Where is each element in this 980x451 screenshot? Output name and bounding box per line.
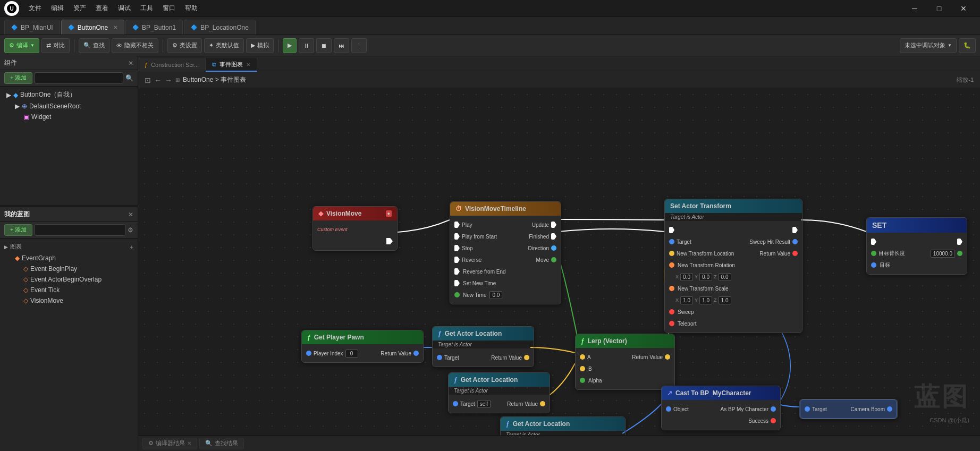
target-pin[interactable] — [437, 355, 442, 360]
exec-out-pin[interactable] — [957, 239, 962, 245]
node-visionmove[interactable]: ◆ VisionMove ● Custom Event — [312, 206, 398, 251]
exec-out-pin[interactable] — [792, 227, 798, 233]
menu-assets[interactable]: 资产 — [69, 3, 90, 14]
exec-in-pin[interactable] — [669, 227, 674, 233]
node-cast-to-bp[interactable]: ↗ Cast To BP_MyCharacter Object As BP My… — [661, 386, 781, 430]
bottom-tab-compile[interactable]: ⚙ 编译器结果 ✕ — [142, 438, 197, 449]
tab-bp-locationone[interactable]: 🔷 BP_LocationOne — [184, 20, 256, 35]
close-icon[interactable]: ✕ — [187, 440, 191, 446]
add-section-icon[interactable]: + — [130, 244, 133, 250]
out-pin[interactable] — [957, 251, 962, 256]
tree-item-visionmove[interactable]: ◇ VisionMove — [17, 295, 138, 306]
tab-close-icon[interactable]: ✕ — [113, 24, 117, 30]
tab-event-graph-close[interactable]: ✕ — [246, 62, 250, 67]
tree-item-defaultsceneroot[interactable]: ▶ ⊕ DefaultSceneRoot — [9, 101, 138, 112]
frame-button[interactable]: ⏭ — [334, 38, 349, 53]
tree-item-event-actoroverlap[interactable]: ◇ Event ActorBeginOverlap — [17, 274, 138, 285]
target-in-pin[interactable] — [805, 406, 810, 412]
returnval-pin[interactable] — [665, 354, 670, 360]
teleport-pin[interactable] — [669, 321, 674, 326]
exec-in-pin[interactable] — [454, 222, 460, 228]
asbp-pin[interactable] — [771, 406, 776, 412]
node-set-actor-transform[interactable]: Set Actor Transform Target is Actor Targ… — [664, 199, 802, 333]
returnval-pin[interactable] — [413, 351, 419, 356]
stop-button[interactable]: ⏹ — [316, 38, 332, 53]
target-pin[interactable] — [669, 239, 674, 244]
cameraboom-pin[interactable] — [887, 406, 892, 412]
bottom-tab-find[interactable]: 🔍 查找结果 — [199, 438, 244, 449]
b-pin[interactable] — [580, 366, 585, 371]
tab-buttonone[interactable]: 🔷 ButtonOne ✕ — [61, 20, 124, 35]
menu-view[interactable]: 查看 — [91, 3, 113, 14]
close-button[interactable]: ✕ — [951, 0, 976, 17]
menu-debug[interactable]: 调试 — [114, 3, 135, 14]
node-get-actor-location-2[interactable]: ƒ Get Actor Location Target is Actor Tar… — [448, 372, 550, 413]
node-set[interactable]: SET 目标臂长度 10000.0 — [866, 217, 967, 275]
compile-button[interactable]: ⚙ 编译 ▼ — [4, 38, 39, 53]
node-get-player-pawn[interactable]: ƒ Get Player Pawn Player Index 0 Return … — [301, 330, 424, 363]
blueprint-canvas[interactable]: ◆ VisionMove ● Custom Event — [138, 88, 980, 435]
class-defaults-button[interactable]: ✦ 类默认值 — [204, 38, 244, 53]
node-get-actor-location-1[interactable]: ƒ Get Actor Location Target is Actor Tar… — [432, 326, 534, 367]
tab-construction-script[interactable]: ƒ Construction Scr... — [138, 58, 206, 72]
tab-event-graph[interactable]: ⧉ 事件图表 ✕ — [206, 58, 257, 72]
alpha-pin[interactable] — [580, 378, 585, 383]
diff-button[interactable]: ⇄ 对比 — [41, 38, 70, 53]
sweep-pin[interactable] — [669, 309, 674, 314]
targetlength-pin[interactable] — [871, 251, 876, 256]
menu-help[interactable]: 帮助 — [181, 3, 202, 14]
simulate-button[interactable]: ▶ 模拟 — [246, 38, 274, 53]
tree-item-event-beginplay[interactable]: ◇ Event BeginPlay — [17, 263, 138, 274]
tree-item-buttonone[interactable]: ▶ ◆ ButtonOne（自我） — [0, 89, 138, 101]
expand-icon[interactable]: ⊞ — [175, 77, 180, 83]
target-pin[interactable] — [871, 262, 876, 268]
playerindex-pin[interactable] — [306, 351, 311, 356]
menu-tools[interactable]: 工具 — [136, 3, 157, 14]
direction-pin[interactable] — [551, 245, 556, 251]
exec-in-pin[interactable] — [454, 280, 460, 286]
components-search-input[interactable] — [35, 72, 123, 84]
nts-pin[interactable] — [669, 286, 674, 291]
move-pin[interactable] — [551, 257, 556, 262]
exec-in-pin[interactable] — [454, 257, 460, 263]
tab-bp-mianui[interactable]: 🔷 BP_MianUI — [4, 20, 60, 35]
navigate-prev-icon[interactable]: ← — [154, 76, 162, 84]
pause-button[interactable]: ⏸ — [299, 38, 314, 53]
a-pin[interactable] — [580, 354, 585, 360]
my-blueprints-search-input[interactable] — [35, 224, 125, 236]
section-graphs[interactable]: ▶ 图表 + — [0, 241, 138, 253]
exec-in-pin[interactable] — [871, 239, 876, 245]
components-panel-close[interactable]: ✕ — [128, 59, 133, 67]
more-button[interactable]: ⋮ — [351, 38, 367, 53]
maximize-button[interactable]: □ — [927, 0, 951, 17]
tree-item-widget[interactable]: ▣ Widget — [17, 112, 138, 122]
sweephit-pin[interactable] — [792, 239, 798, 244]
exec-out-pin[interactable] — [551, 222, 556, 228]
add-blueprint-button[interactable]: + 添加 — [4, 224, 32, 236]
target-pin[interactable] — [453, 401, 458, 406]
exec-in-pin[interactable] — [454, 268, 460, 275]
menu-file[interactable]: 文件 — [24, 3, 46, 14]
navigate-next-icon[interactable]: → — [165, 76, 172, 84]
menu-window[interactable]: 窗口 — [158, 3, 180, 14]
minimize-button[interactable]: ─ — [902, 0, 927, 17]
returnval-pin[interactable] — [540, 401, 545, 406]
find-button[interactable]: 🔍 查找 — [79, 38, 109, 53]
menu-edit[interactable]: 编辑 — [47, 3, 68, 14]
ntr-pin[interactable] — [669, 262, 674, 268]
ntl-pin[interactable] — [669, 251, 674, 256]
exec-in-pin[interactable] — [454, 233, 460, 240]
tree-item-event-tick[interactable]: ◇ Event Tick — [17, 285, 138, 295]
debug-icon-btn[interactable]: 🐛 — [959, 38, 976, 53]
returnval-pin[interactable] — [792, 251, 798, 256]
add-component-button[interactable]: + 添加 — [4, 72, 32, 84]
tree-item-eventgraph[interactable]: ◆ EventGraph — [9, 253, 138, 263]
object-pin[interactable] — [666, 406, 671, 412]
node-get-actor-location-3[interactable]: ƒ Get Actor Location Target is Actor Tar… — [500, 416, 626, 435]
debug-target-selector[interactable]: 未选中调试对象 ▼ — [900, 38, 957, 53]
newtime-pin[interactable] — [454, 292, 460, 297]
node-camera-boom[interactable]: Target Camera Boom — [799, 399, 898, 419]
play-button[interactable]: ▶ — [283, 38, 297, 53]
node-lerp-vector[interactable]: ƒ Lerp (Vector) A Return Value — [575, 334, 675, 390]
tab-bp-button1[interactable]: 🔷 BP_Button1 — [125, 20, 183, 35]
